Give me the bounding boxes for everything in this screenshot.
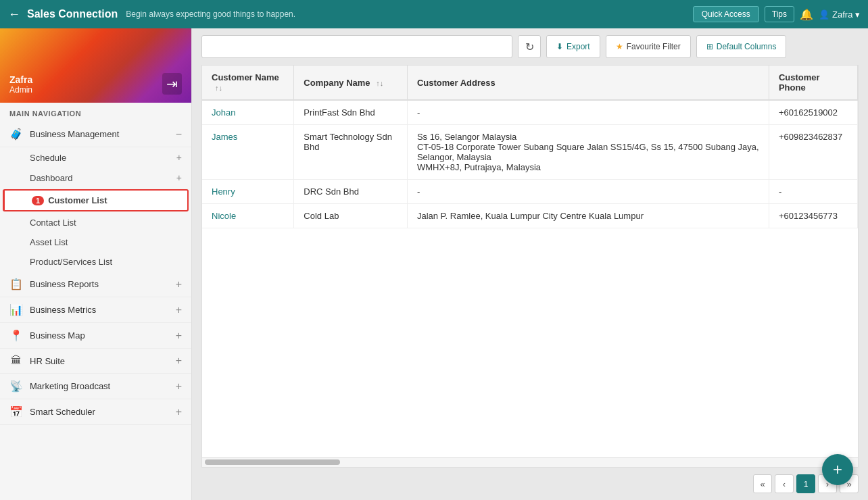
search-input[interactable] [201,35,512,58]
back-button[interactable]: ← [8,7,20,22]
business-map-label: Business Map [30,330,176,341]
default-columns-label: Default Columns [717,42,777,51]
company-name-col-label: Company Name [304,78,370,88]
logout-button[interactable]: ⇥ [162,73,182,95]
customer-name-link[interactable]: Johan [212,107,235,118]
nav-section-label: MAIN NAVIGATION [0,103,191,122]
business-management-icon: 🧳 [9,128,23,141]
sort-icon-customer-name[interactable]: ↑↓ [215,84,222,92]
favourite-filter-button[interactable]: ★ Favourite Filter [606,35,691,58]
user-avatar-icon: 👤 [819,9,829,20]
customer-name-link[interactable]: Henry [212,186,235,197]
tips-button[interactable]: Tips [765,6,794,22]
sidebar-item-customer-list[interactable]: 1 Customer List [3,189,189,211]
table-scroll[interactable]: Customer Name ↑↓ Company Name ↑↓ Custome… [202,66,858,457]
sort-icon-company-name[interactable]: ↑↓ [376,79,383,87]
top-header: ← Sales Connection Begin always expectin… [0,0,868,28]
customer-name-link[interactable]: James [212,132,237,142]
default-columns-button[interactable]: ⊞ Default Columns [696,35,787,58]
table-row: Johan PrintFast Sdn Bhd - +60162519002 [202,100,858,125]
hr-suite-toggle: + [176,355,182,367]
dashboard-label: Dashboard [30,173,73,183]
app-subtitle: Begin always expecting good things to ha… [126,9,693,19]
scrollbar-track [202,459,848,466]
prev-page-button[interactable]: ‹ [775,474,794,493]
business-reports-label: Business Reports [30,279,176,289]
sidebar-item-business-management[interactable]: 🧳 Business Management − [0,122,191,147]
sidebar-item-schedule[interactable]: Schedule + [0,147,191,168]
customer-name-link[interactable]: Nicole [212,211,236,221]
cell-company-name: Smart Technology Sdn Bhd [294,125,408,180]
customer-list-badge: 1 [32,196,44,205]
sidebar-item-business-reports[interactable]: 📋 Business Reports + [0,272,191,297]
refresh-icon: ↻ [525,41,534,53]
business-metrics-toggle: + [176,304,182,316]
dashboard-toggle-icon: + [176,172,182,183]
cell-customer-name[interactable]: Johan [202,100,294,125]
smart-scheduler-icon: 📅 [9,405,23,418]
current-page-button[interactable]: 1 [796,474,815,493]
sidebar-item-smart-scheduler[interactable]: 📅 Smart Scheduler + [0,399,191,425]
cell-customer-address: Jalan P. Ramlee, Kuala Lumpur City Centr… [407,204,769,228]
content-toolbar: ↻ ⬇ Export ★ Favourite Filter ⊞ Default … [192,28,868,65]
pagination-area: « ‹ 1 › » [192,468,868,500]
main-layout: Zafra Admin ⇥ MAIN NAVIGATION 🧳 Business… [0,28,868,500]
cell-customer-phone: +60123456773 [769,204,857,228]
sidebar-item-hr-suite[interactable]: 🏛 HR Suite + [0,349,191,374]
sidebar-user-area: Zafra Admin ⇥ [0,28,191,103]
marketing-broadcast-toggle: + [176,380,182,393]
cell-company-name: DRC Sdn Bhd [294,180,408,204]
columns-icon: ⊞ [706,42,713,51]
schedule-label: Schedule [30,153,66,163]
refresh-button[interactable]: ↻ [518,35,541,58]
sidebar-user-name: Zafra [9,74,32,85]
column-header-customer-name[interactable]: Customer Name ↑↓ [202,66,294,100]
cell-customer-name[interactable]: James [202,125,294,180]
business-reports-toggle: + [176,278,182,291]
table-wrapper: Customer Name ↑↓ Company Name ↑↓ Custome… [201,65,859,468]
sidebar-item-marketing-broadcast[interactable]: 📡 Marketing Broadcast + [0,374,191,399]
sidebar-item-label: Business Management [30,129,176,139]
cell-customer-name[interactable]: Henry [202,180,294,204]
notification-icon[interactable]: 🔔 [800,8,813,21]
horizontal-scrollbar[interactable] [202,457,858,467]
user-name-label: Zafra ▾ [832,9,860,20]
sidebar-item-contact-list[interactable]: Contact List [0,213,191,232]
sidebar-item-dashboard[interactable]: Dashboard + [0,168,191,188]
customer-list-label: Customer List [48,195,107,205]
table-row: Nicole Cold Lab Jalan P. Ramlee, Kuala L… [202,204,858,228]
schedule-toggle-icon: + [176,152,182,163]
header-actions: Quick Access Tips 🔔 👤 Zafra ▾ [693,6,860,22]
contact-list-label: Contact List [30,218,76,228]
column-header-customer-address: Customer Address [407,66,769,100]
cell-customer-name[interactable]: Nicole [202,204,294,228]
marketing-broadcast-icon: 📡 [9,380,23,393]
sidebar-user-role: Admin [9,85,32,95]
table-row: Henry DRC Sdn Bhd - - [202,180,858,204]
star-icon: ★ [616,42,623,51]
sidebar: Zafra Admin ⇥ MAIN NAVIGATION 🧳 Business… [0,28,192,500]
user-menu-button[interactable]: 👤 Zafra ▾ [819,9,860,20]
cell-customer-phone: +60162519002 [769,100,857,125]
fab-add-button[interactable]: + [822,454,853,485]
scrollbar-thumb [205,459,340,465]
export-button[interactable]: ⬇ Export [546,35,600,58]
business-metrics-label: Business Metrics [30,305,176,315]
quick-access-button[interactable]: Quick Access [693,6,759,22]
asset-list-label: Asset List [30,237,68,247]
first-page-button[interactable]: « [753,474,772,493]
cell-customer-address: Ss 16, Selangor MalaysiaCT-05-18 Corpora… [407,125,769,180]
sidebar-item-business-map[interactable]: 📍 Business Map + [0,323,191,349]
sidebar-item-asset-list[interactable]: Asset List [0,232,191,252]
sidebar-item-business-metrics[interactable]: 📊 Business Metrics + [0,297,191,323]
export-label: Export [566,42,590,51]
collapse-toggle-icon: − [176,128,182,141]
customer-name-col-label: Customer Name [212,72,279,82]
cell-customer-phone: +609823462837 [769,125,857,180]
sidebar-user-info: Zafra Admin [9,74,32,95]
table-row: James Smart Technology Sdn Bhd Ss 16, Se… [202,125,858,180]
marketing-broadcast-label: Marketing Broadcast [30,381,176,391]
app-title: Sales Connection [27,8,118,20]
sidebar-item-product-services-list[interactable]: Product/Services List [0,252,191,272]
column-header-company-name[interactable]: Company Name ↑↓ [294,66,408,100]
